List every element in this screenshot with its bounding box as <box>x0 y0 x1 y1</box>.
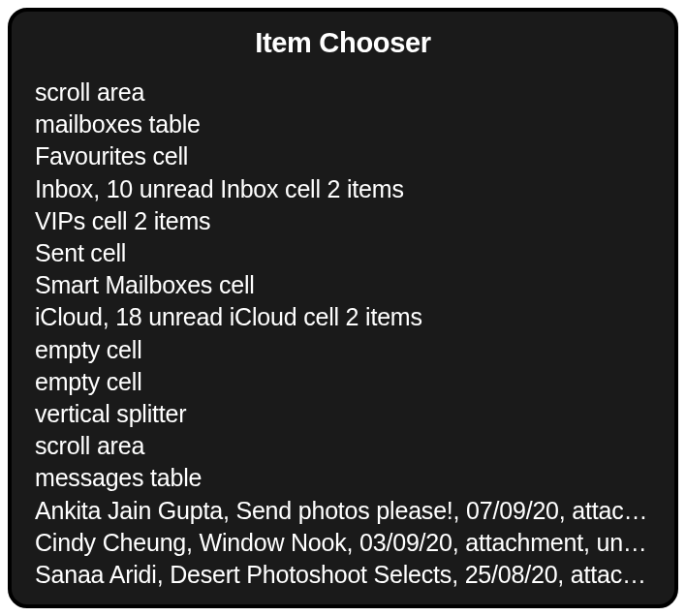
list-item[interactable]: empty cell <box>35 334 651 366</box>
list-item[interactable]: vertical splitter <box>35 398 651 430</box>
list-item[interactable]: Sanaa Aridi, Desert Photoshoot Selects, … <box>35 559 651 591</box>
list-item[interactable]: Ankita Jain Gupta, Send photos please!, … <box>35 495 651 527</box>
panel-title: Item Chooser <box>35 27 651 59</box>
item-chooser-panel: Item Chooser scroll area mailboxes table… <box>8 8 678 608</box>
list-item[interactable]: Inbox, 10 unread Inbox cell 2 items <box>35 173 651 205</box>
list-item[interactable]: Favourites cell <box>35 140 651 172</box>
list-item[interactable]: VIPs cell 2 items <box>35 205 651 237</box>
list-item[interactable]: Cindy Cheung, Window Nook, 03/09/20, att… <box>35 527 651 559</box>
list-item[interactable]: scroll area <box>35 77 651 108</box>
item-list: scroll area mailboxes table Favourites c… <box>35 77 651 591</box>
list-item[interactable]: messages table <box>35 462 651 494</box>
list-item[interactable]: Smart Mailboxes cell <box>35 269 651 301</box>
list-item[interactable]: mailboxes table <box>35 108 651 140</box>
list-item[interactable]: scroll area <box>35 430 651 462</box>
list-item[interactable]: Sent cell <box>35 237 651 269</box>
list-item[interactable]: empty cell <box>35 366 651 398</box>
list-item[interactable]: iCloud, 18 unread iCloud cell 2 items <box>35 301 651 333</box>
